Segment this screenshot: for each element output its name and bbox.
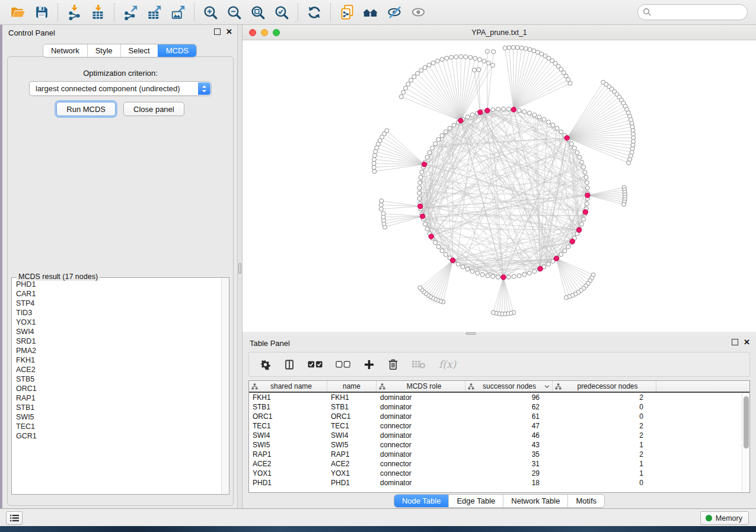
network-node[interactable]: [436, 245, 441, 249]
network-node[interactable]: [537, 115, 541, 119]
tab-select[interactable]: Select: [120, 44, 158, 57]
network-node[interactable]: [423, 222, 427, 226]
network-node[interactable]: [477, 68, 481, 72]
network-node[interactable]: [433, 142, 438, 146]
network-node[interactable]: [435, 59, 439, 63]
save-session-button[interactable]: [30, 2, 53, 23]
table-row[interactable]: TEC1TEC1connector472: [249, 421, 749, 431]
network-node[interactable]: [517, 108, 521, 113]
network-node[interactable]: [430, 146, 435, 150]
network-node[interactable]: [448, 126, 452, 130]
network-node[interactable]: [381, 211, 385, 216]
add-column-button[interactable]: [363, 359, 375, 370]
run-mcds-button[interactable]: Run MCDS: [56, 102, 116, 116]
mcds-node[interactable]: [570, 239, 575, 243]
network-node[interactable]: [417, 186, 422, 190]
mcds-node[interactable]: [458, 118, 463, 123]
mcds-result-item[interactable]: PHD1: [12, 280, 221, 289]
tab-node-table[interactable]: Node Table: [394, 495, 449, 507]
network-node[interactable]: [491, 108, 495, 112]
network-node[interactable]: [473, 56, 477, 60]
network-node[interactable]: [563, 249, 567, 253]
network-node[interactable]: [465, 115, 470, 119]
mcds-result-item[interactable]: ORC1: [12, 384, 221, 393]
network-node[interactable]: [440, 133, 444, 137]
table-settings-button[interactable]: [260, 359, 271, 370]
show-all-button[interactable]: [406, 2, 430, 23]
network-node[interactable]: [464, 55, 468, 59]
network-node[interactable]: [401, 90, 406, 94]
network-node[interactable]: [585, 181, 589, 185]
network-node[interactable]: [569, 142, 573, 146]
mcds-node[interactable]: [554, 256, 559, 261]
mcds-node[interactable]: [450, 258, 455, 262]
network-node[interactable]: [492, 50, 496, 54]
table-row[interactable]: FKH1FKH1dominator962: [249, 393, 749, 402]
export-table-button[interactable]: [142, 2, 166, 23]
network-node[interactable]: [427, 63, 431, 67]
network-node[interactable]: [416, 71, 420, 75]
memory-button[interactable]: Memory: [700, 511, 749, 525]
export-network-button[interactable]: [119, 2, 142, 23]
network-node[interactable]: [559, 130, 563, 134]
network-node[interactable]: [444, 130, 448, 134]
network-node[interactable]: [551, 123, 555, 127]
network-node[interactable]: [622, 202, 626, 206]
network-node[interactable]: [379, 207, 383, 211]
delete-table-button[interactable]: [412, 360, 426, 369]
column-header-successor-nodes[interactable]: successor nodes: [465, 381, 553, 392]
mcds-node[interactable]: [422, 162, 426, 166]
network-node[interactable]: [480, 273, 484, 277]
network-node[interactable]: [578, 155, 582, 159]
network-node[interactable]: [431, 61, 435, 65]
network-node[interactable]: [476, 271, 480, 275]
network-node[interactable]: [477, 57, 481, 62]
network-node[interactable]: [468, 55, 473, 59]
network-node[interactable]: [575, 150, 579, 155]
network-node[interactable]: [585, 186, 589, 190]
network-node[interactable]: [409, 78, 413, 82]
task-history-button[interactable]: [6, 511, 23, 525]
mcds-node[interactable]: [478, 110, 483, 114]
zoom-fit-button[interactable]: [246, 2, 270, 23]
tab-style[interactable]: Style: [87, 44, 120, 57]
mcds-node[interactable]: [538, 266, 543, 271]
network-node[interactable]: [419, 68, 423, 72]
network-node[interactable]: [583, 170, 587, 174]
table-row[interactable]: YOX1YOX1connector291: [249, 469, 749, 478]
mcds-node[interactable]: [585, 193, 590, 198]
network-node[interactable]: [506, 275, 511, 279]
network-node[interactable]: [470, 270, 474, 274]
network-node[interactable]: [547, 262, 551, 266]
mcds-node[interactable]: [485, 108, 490, 113]
mcds-node[interactable]: [511, 107, 516, 112]
mcds-result-item[interactable]: SWI4: [12, 327, 221, 336]
splitter-grip[interactable]: [238, 263, 241, 274]
mcds-result-item[interactable]: STP4: [12, 299, 221, 308]
network-node[interactable]: [527, 111, 531, 115]
mcds-result-item[interactable]: STB1: [12, 403, 221, 412]
network-node[interactable]: [496, 275, 500, 279]
network-node[interactable]: [555, 126, 559, 130]
network-node[interactable]: [418, 286, 422, 290]
network-node[interactable]: [440, 249, 444, 253]
network-node[interactable]: [420, 170, 424, 174]
network-node[interactable]: [379, 199, 384, 203]
network-node[interactable]: [491, 274, 495, 278]
network-view[interactable]: [243, 40, 756, 332]
network-node[interactable]: [403, 86, 407, 90]
mcds-node[interactable]: [501, 275, 506, 280]
network-node[interactable]: [568, 81, 572, 85]
network-node[interactable]: [372, 153, 377, 158]
network-node[interactable]: [512, 274, 516, 278]
mcds-node[interactable]: [429, 234, 433, 239]
float-panel-icon[interactable]: [214, 28, 221, 35]
network-node[interactable]: [528, 47, 532, 52]
mcds-result-item[interactable]: RAP1: [12, 393, 221, 403]
network-node[interactable]: [507, 46, 511, 50]
refresh-view-button[interactable]: [302, 2, 326, 23]
table-row[interactable]: RAP1RAP1dominator352: [249, 450, 749, 459]
network-node[interactable]: [532, 113, 537, 117]
network-node[interactable]: [470, 113, 474, 117]
table-row[interactable]: ACE2ACE2connector311: [249, 459, 749, 469]
